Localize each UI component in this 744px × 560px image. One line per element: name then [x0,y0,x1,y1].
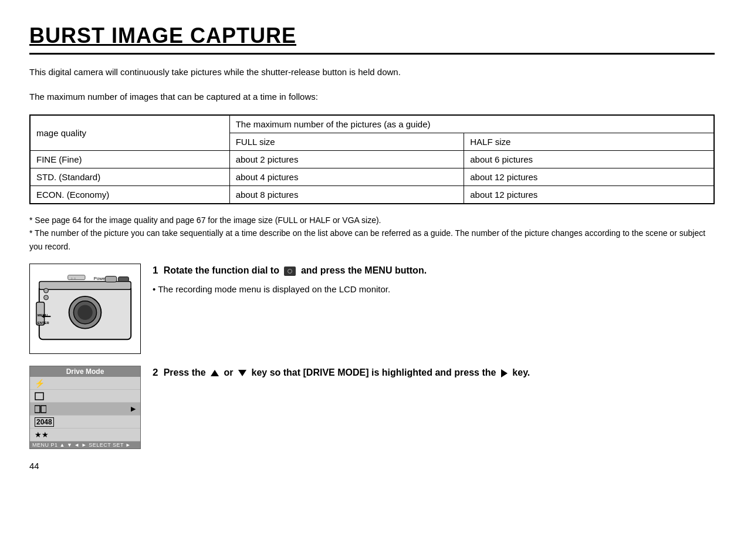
table-cell-full-econ: about 8 pictures [229,186,464,204]
table-cell-half-std: about 12 pictures [464,168,714,186]
arrow-down-icon [238,370,246,376]
page-title: BURST IMAGE CAPTURE [29,23,715,55]
camera-diagram: Power MENU ENTER ○ ○ [29,264,141,354]
drive-mode-item: ★★ [30,429,140,441]
stars-icon: ★★ [35,430,49,439]
svg-rect-17 [35,393,43,400]
svg-text:ENTER: ENTER [38,321,50,325]
table-cell-quality-fine: FINE (Fine) [31,151,230,168]
resolution-icon: 2048 [35,417,54,427]
table-col-max-number: The maximum number of the pictures (as a… [229,116,713,133]
drive-mode-menu: Drive Mode ⚡ ▶ [29,366,141,449]
step-2-title: 2 Press the or key so that [DRIVE MODE] … [153,366,715,380]
single-frame-icon [35,392,44,400]
svg-rect-7 [119,277,129,282]
steps-container: Power MENU ENTER ○ ○ [29,264,715,449]
intro-paragraph-2: The maximum number of images that can be… [29,90,715,104]
step-2-title-part1: Press the [164,367,206,377]
drive-mode-item: ⚡ [30,377,140,390]
table-col-quality: mage quality [31,116,230,151]
step-2-num: 2 [153,367,161,378]
image-quality-table: mage quality The maximum number of the p… [29,114,715,204]
svg-point-9 [44,295,49,300]
table-header-row: mage quality The maximum number of the p… [31,116,714,133]
step-2-title-part4: key. [512,367,530,377]
drive-mode-item: ▶ [30,403,140,416]
svg-point-4 [77,305,92,320]
page-number: 44 [29,461,715,471]
table-row: ECON. (Economy) about 8 pictures about 1… [31,186,714,204]
table-col-full: FULL size [229,133,464,151]
svg-rect-1 [39,282,131,290]
table-row: STD. (Standard) about 4 pictures about 1… [31,168,714,186]
table-row: FINE (Fine) about 2 pictures about 6 pic… [31,151,714,168]
drive-mode-items-list: ⚡ ▶ 2048 [30,377,140,441]
svg-rect-6 [105,276,117,282]
lightning-icon: ⚡ [35,379,45,388]
arrow-right-icon [501,369,508,377]
camera-svg: Power MENU ENTER ○ ○ [33,268,137,348]
step-1-body: • The recording mode menu is displayed o… [153,282,715,296]
table-cell-quality-econ: ECON. (Economy) [31,186,230,204]
step-1-row: Power MENU ENTER ○ ○ [29,264,715,354]
menu-arrow-icon: ▶ [131,405,136,413]
intro-paragraph-1: This digital camera will continuously ta… [29,65,715,79]
drive-mode-item: 2048 [30,416,140,429]
svg-point-8 [44,288,49,293]
svg-rect-18 [35,406,40,413]
svg-rect-19 [41,406,46,413]
step-1-title: 1 Rotate the function dial to and press … [153,264,715,278]
step-1-title-after: and press the MENU button. [301,265,427,275]
step-2-or-text: or [224,367,234,377]
svg-text:○  ○: ○ ○ [71,276,76,280]
drive-mode-header: Drive Mode [30,366,140,377]
table-cell-quality-std: STD. (Standard) [31,168,230,186]
burst-icon [35,405,46,413]
step-2-title-part3: key so that [DRIVE MODE] is highlighted … [252,367,496,377]
step-1-title-before: Rotate the function dial to [164,265,279,275]
note-2: * The number of the picture you can take… [29,227,715,253]
note-1: * See page 64 for the image quality and … [29,214,715,227]
step-1-num: 1 [153,265,161,276]
arrow-up-icon [211,370,219,376]
table-cell-half-econ: about 12 pictures [464,186,714,204]
table-cell-full-fine: about 2 pictures [229,151,464,168]
camera-icon-inline [284,266,296,276]
drive-mode-footer: MENU P1 ▲ ▼ ◄ ► SELECT SET ► [30,441,140,448]
step-1-content: 1 Rotate the function dial to and press … [153,264,715,296]
drive-mode-item [30,390,140,403]
table-cell-half-fine: about 6 pictures [464,151,714,168]
notes-section: * See page 64 for the image quality and … [29,214,715,253]
table-col-half: HALF size [464,133,714,151]
table-cell-full-std: about 4 pictures [229,168,464,186]
step-2-row: Drive Mode ⚡ ▶ [29,366,715,449]
step-2-content: 2 Press the or key so that [DRIVE MODE] … [153,366,715,384]
